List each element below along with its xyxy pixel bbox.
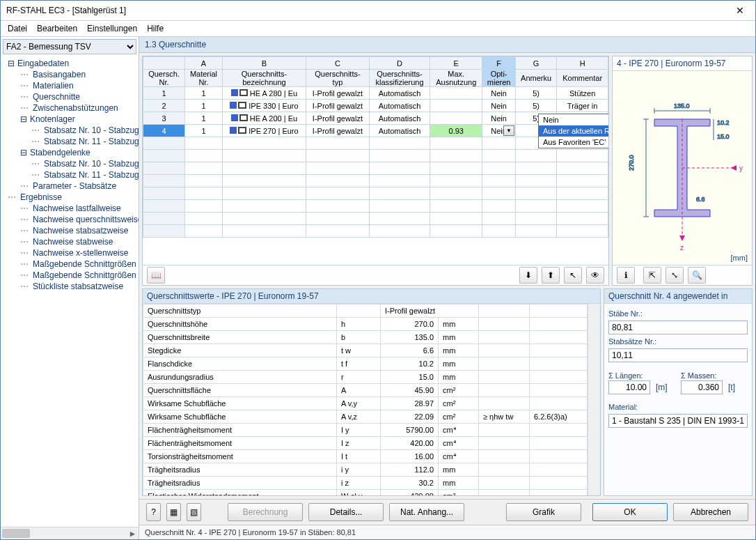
table-row: TorsionsträgheitsmomentI t16.00cm⁴ (143, 450, 588, 463)
menu-edit[interactable]: Bearbeiten (37, 24, 77, 33)
help-button[interactable]: ? (146, 503, 161, 521)
view-button[interactable]: 👁 (586, 267, 604, 284)
magnify-icon: 🔍 (692, 270, 702, 280)
tree-item[interactable]: ⋯ Nachweise x-stellenweise (1, 247, 139, 259)
svg-text:135.0: 135.0 (674, 102, 690, 109)
info-icon: ℹ (624, 270, 628, 280)
tree-item[interactable]: ⋯ Materialien (1, 80, 139, 91)
ok-button[interactable]: OK (592, 503, 668, 521)
zoom-button[interactable]: 🔍 (688, 267, 706, 284)
sets-label: Stabsätze Nr.: (608, 337, 748, 346)
tool2-button[interactable]: ▧ (187, 503, 201, 521)
details-button[interactable]: Details... (308, 503, 384, 521)
props-vscroll[interactable] (588, 304, 600, 495)
scroll-right-icon[interactable]: ► (127, 527, 139, 539)
loadcase-select[interactable]: FA2 - Bemessung TSV (3, 39, 136, 54)
calculate-button[interactable]: Berechnung (228, 503, 303, 521)
tree-item[interactable]: ⋯ Nachweise querschnittsweise (1, 214, 139, 225)
svg-text:z: z (680, 244, 684, 252)
pick-icon: ↖ (569, 270, 576, 280)
scroll-thumb[interactable] (2, 529, 30, 538)
chevron-down-icon[interactable]: ▼ (503, 125, 514, 136)
tree-item[interactable]: ⋯ Stabsatz Nr. 10 - Stabzug (1, 158, 139, 169)
table-row: Wirksame SchubflächeA v,y28.97cm² (143, 397, 588, 410)
axes1-button[interactable]: ⇱ (643, 267, 661, 284)
menubar: Datei Bearbeiten Einstellungen Hilfe (1, 21, 755, 37)
tree-item[interactable]: ⋯ Stabsatz Nr. 11 - Stabzug (1, 136, 139, 147)
tree-item[interactable]: ⊟ Eingabedaten (1, 58, 139, 69)
cancel-button[interactable]: Abbrechen (673, 503, 748, 521)
table-row: Trägheitsradiusi y112.0mm (143, 463, 588, 477)
table-row: FlächenträgheitsmomentI y5790.00cm⁴ (143, 424, 588, 437)
axes2-button[interactable]: ⤡ (666, 267, 684, 284)
dropdown-option[interactable]: Nein (539, 114, 608, 125)
sets-input[interactable] (608, 348, 748, 362)
tree-item[interactable]: ⊟ Stabendgelenke (1, 147, 139, 158)
props-table[interactable]: QuerschnittstypI-Profil gewalztQuerschni… (143, 304, 588, 495)
length-unit: [m] (656, 383, 668, 392)
tree-item[interactable]: ⋯ Zwischenabstützungen (1, 102, 139, 114)
table-row: FlächenträgheitsmomentI z420.00cm⁴ (143, 437, 588, 450)
dropdown-option[interactable]: Aus Favoriten 'EC' (539, 137, 608, 148)
material-input[interactable] (608, 414, 748, 428)
close-icon[interactable]: ✕ (730, 5, 750, 16)
tree-item[interactable]: ⋯ Maßgebende Schnittgrößen stabsatzweise (1, 270, 139, 281)
axes2-icon: ⤡ (671, 270, 678, 280)
sum-mass-input[interactable] (681, 380, 723, 394)
optimize-dropdown[interactable]: NeinAus der aktuellen ReiheAus Favoriten… (538, 114, 608, 148)
excel-import-icon: ⬆ (547, 270, 554, 280)
tree-item[interactable]: ⋯ Basisangaben (1, 69, 139, 80)
table-row[interactable]: 21 IPE 330 | EuroI-Profil gewalztAutomat… (143, 100, 608, 112)
tree-item[interactable]: ⋯ Nachweise stabweise (1, 236, 139, 247)
book-icon: 📖 (151, 270, 162, 280)
applied-in-title: Querschnitt Nr. 4 angewendet in (604, 289, 752, 304)
national-annex-button[interactable]: Nat. Anhang... (389, 503, 464, 521)
tree-item[interactable]: ⋯ Nachweise stabsatzweise (1, 225, 139, 236)
table-row[interactable]: 11 HE A 280 | EuI-Profil gewalztAutomati… (143, 87, 608, 100)
sum-length-input[interactable] (608, 380, 650, 394)
eye-icon: 👁 (591, 270, 599, 280)
props-title: Querschnittswerte - IPE 270 | Euronorm 1… (143, 289, 600, 304)
table-row: Flanschdicket f10.2mm (143, 357, 588, 371)
menu-help[interactable]: Hilfe (147, 24, 164, 33)
tree-item[interactable]: ⊟ Knotenlager (1, 114, 139, 125)
table-row: Querschnittshöheh270.0mm (143, 318, 588, 331)
tree-item[interactable]: ⋯ Nachweise lastfallweise (1, 203, 139, 214)
unit-label: [mm] (731, 254, 748, 262)
tree-item[interactable]: ⋯ Stabsatz Nr. 10 - Stabzug (1, 125, 139, 136)
axes-icon: ⇱ (649, 270, 656, 280)
tree-item[interactable]: ⋯ Ergebnisse (1, 192, 139, 203)
nav-tree[interactable]: ⊟ Eingabedaten⋯ Basisangaben⋯ Materialie… (1, 56, 139, 527)
table-row: Querschnittsbreiteb135.0mm (143, 331, 588, 344)
mass-unit: [t] (728, 383, 735, 392)
import-excel-button[interactable]: ⬆ (542, 267, 560, 284)
graphics-button[interactable]: Grafik (506, 503, 581, 521)
sum-length-label: Σ Längen: (608, 371, 643, 380)
pick-button[interactable]: ↖ (564, 267, 582, 284)
dropdown-option[interactable]: Aus der aktuellen Reihe (539, 125, 608, 137)
members-input[interactable] (608, 321, 748, 334)
tree-item[interactable]: ⋯ Stabsatz Nr. 11 - Stabzug (1, 169, 139, 180)
info-button[interactable]: ℹ (617, 267, 635, 284)
table-row: Trägheitsradiusi z30.2mm (143, 477, 588, 490)
excel-export-icon: ⬇ (525, 270, 532, 280)
menu-settings[interactable]: Einstellungen (87, 24, 137, 33)
table-row: QuerschnittsflächeA45.90cm² (143, 384, 588, 397)
export-excel-button[interactable]: ⬇ (519, 267, 537, 284)
tree-item[interactable]: ⋯ Stückliste stabsatzweise (1, 281, 139, 292)
cross-sections-grid[interactable]: ABCDEFGHQuersch.Nr.MaterialNr.Querschnit… (143, 56, 608, 265)
svg-text:y: y (739, 164, 743, 172)
statusbar: Querschnitt Nr. 4 - IPE 270 | Euronorm 1… (139, 525, 755, 539)
menu-file[interactable]: Datei (8, 24, 27, 33)
sidebar-hscroll[interactable]: ◄ ► (1, 527, 139, 539)
library-button[interactable]: 📖 (147, 267, 165, 284)
preview-title: 4 - IPE 270 | Euronorm 19-57 (613, 56, 752, 71)
tree-item[interactable]: ⋯ Maßgebende Schnittgrößen stabweise (1, 259, 139, 270)
svg-text:15.0: 15.0 (717, 133, 730, 140)
tree-item[interactable]: ⋯ Parameter - Stabsätze (1, 180, 139, 192)
tree-item[interactable]: ⋯ Querschnitte (1, 91, 139, 102)
table-row: Wirksame SchubflächeA v,z22.09cm²≥ ηhw t… (143, 410, 588, 424)
svg-text:6.6: 6.6 (696, 196, 705, 203)
table-row: Ausrundungsradiusr15.0mm (143, 371, 588, 384)
tool1-button[interactable]: ▦ (166, 503, 181, 521)
